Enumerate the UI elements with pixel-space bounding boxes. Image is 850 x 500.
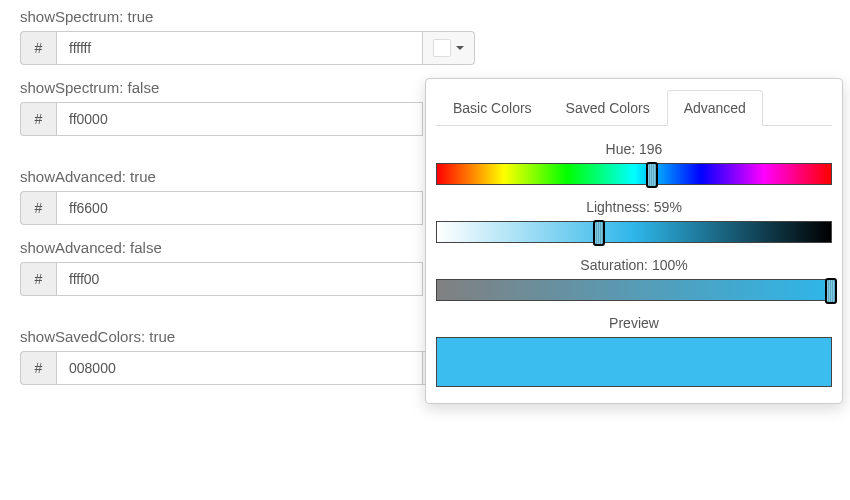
saturation-slider[interactable] xyxy=(436,279,832,301)
hex-input[interactable] xyxy=(56,262,423,296)
preview-swatch xyxy=(436,337,832,387)
swatch-icon xyxy=(433,39,451,57)
tabs: Basic Colors Saved Colors Advanced xyxy=(436,89,832,126)
hash-addon: # xyxy=(20,31,56,65)
hex-input[interactable] xyxy=(56,191,423,225)
saturation-handle[interactable] xyxy=(825,278,837,304)
lightness-handle[interactable] xyxy=(593,220,605,246)
hash-addon: # xyxy=(20,351,56,385)
hash-addon: # xyxy=(20,191,56,225)
caret-down-icon xyxy=(456,46,464,50)
hue-label: Hue: 196 xyxy=(436,141,832,157)
hash-addon: # xyxy=(20,262,56,296)
tab-saved-colors[interactable]: Saved Colors xyxy=(549,90,667,126)
lightness-label: Lightness: 59% xyxy=(436,199,832,215)
preview-label: Preview xyxy=(436,315,832,331)
field-label: showSpectrum: true xyxy=(20,8,830,25)
hue-slider[interactable] xyxy=(436,163,832,185)
hex-input[interactable] xyxy=(56,351,423,385)
color-picker-popover: Basic Colors Saved Colors Advanced Hue: … xyxy=(425,78,843,404)
hue-handle[interactable] xyxy=(646,162,658,188)
saturation-label: Saturation: 100% xyxy=(436,257,832,273)
color-toggle-button[interactable] xyxy=(423,31,475,65)
lightness-slider[interactable] xyxy=(436,221,832,243)
hex-input[interactable] xyxy=(56,102,423,136)
tab-basic-colors[interactable]: Basic Colors xyxy=(436,90,549,126)
hex-input[interactable] xyxy=(56,31,423,65)
tab-advanced[interactable]: Advanced xyxy=(667,90,763,126)
hash-addon: # xyxy=(20,102,56,136)
field-block: showSpectrum: true # xyxy=(20,8,830,65)
